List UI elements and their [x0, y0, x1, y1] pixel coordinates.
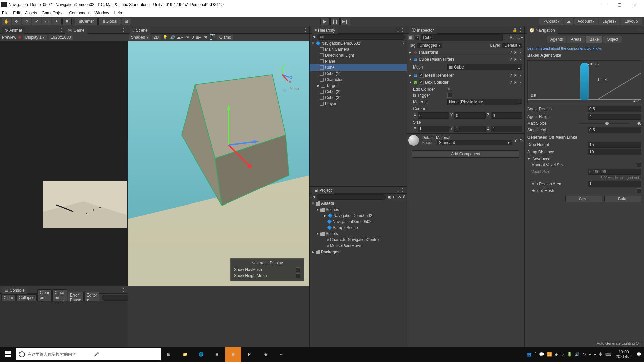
scene-viewport[interactable]: y z x ◁ Persp Navmesh Display Show NavMe… [128, 41, 309, 286]
mesh-filter-header[interactable]: ▼▦Cube (Mesh Filter)?⎘⋮ [407, 56, 524, 63]
min-region-input[interactable] [588, 181, 641, 187]
tray-people-icon[interactable]: 👥 [527, 352, 532, 357]
inspector-tab[interactable]: ⓘ Inspector [409, 27, 436, 34]
menu-edit[interactable]: Edit [13, 11, 20, 15]
center-y[interactable] [454, 112, 486, 119]
show-heightmesh-checkbox[interactable] [296, 273, 300, 278]
pause-button[interactable]: ❚❚ [330, 18, 340, 25]
cloud-button[interactable]: ☁ [564, 18, 573, 25]
size-x[interactable] [418, 126, 449, 132]
scene-tab-menu[interactable]: ⋮ [303, 28, 307, 32]
tray-sync-icon[interactable]: ↻ [582, 352, 586, 357]
size-y[interactable] [454, 126, 486, 132]
tray-wifi-icon[interactable]: 📶 [547, 352, 552, 357]
gameobject-icon[interactable]: ▦ [408, 35, 414, 40]
project-scene-item[interactable]: ▶🔷 NavigationDemo0502 [310, 213, 407, 219]
nav-learn-link[interactable]: Learn instead about the component workfl… [525, 45, 644, 52]
taskbar-clock[interactable]: 19:002021/5/2 [614, 350, 634, 359]
nav-clear-button[interactable]: Clear [565, 196, 602, 202]
hierarchy-item[interactable]: Charactor [310, 77, 407, 83]
hierarchy-menu[interactable]: ⊟ ⋮ [396, 28, 405, 32]
hierarchy-item[interactable]: Cube (3) [310, 95, 407, 101]
tray-keyboard-icon[interactable]: ⌨ [605, 352, 611, 357]
tray-expand-icon[interactable]: ˄ [534, 352, 536, 357]
close-button[interactable]: ✕ [627, 0, 643, 9]
game-tab[interactable]: 🎮 Game [65, 27, 87, 34]
edge-icon[interactable]: e [209, 347, 225, 362]
snap-button[interactable]: ⊟ [122, 18, 131, 25]
jump-distance-input[interactable] [588, 149, 641, 155]
nav-tab-object[interactable]: Object [603, 36, 622, 43]
nav-tab-bake[interactable]: Bake [586, 36, 602, 43]
grid-icon[interactable]: ▦▾ [195, 34, 201, 40]
tray-app1-icon[interactable]: ● [589, 352, 591, 357]
menu-gameobject[interactable]: GameObject [42, 11, 64, 15]
project-script-item[interactable]: # MousePointMove [310, 243, 407, 249]
console-collapse-button[interactable]: Collapse [16, 294, 37, 301]
rotate-tool-button[interactable]: ↻ [22, 18, 31, 25]
agent-height-input[interactable] [588, 114, 641, 120]
is-trigger-checkbox[interactable] [447, 93, 452, 98]
material-settings-icon[interactable]: ⚙ [519, 138, 523, 143]
nav-tab-areas[interactable]: Areas [567, 36, 585, 43]
material-help-icon[interactable]: ? [514, 138, 517, 143]
project-script-item[interactable]: # CharactorNavigationControl [310, 237, 407, 243]
help-icon[interactable]: ? [510, 50, 512, 55]
console-menu[interactable]: ⋮ [122, 288, 126, 292]
hierarchy-item[interactable]: Directional Light [310, 52, 407, 58]
object-name-input[interactable] [421, 34, 503, 41]
global-local-button[interactable]: ⊕ Global [98, 18, 121, 25]
visualstudio-icon[interactable]: ∞ [274, 347, 290, 362]
preset-icon[interactable]: ⎘ [514, 50, 516, 55]
hierarchy-item[interactable]: Cube (2) [310, 89, 407, 95]
project-tab[interactable]: ▣ Project [312, 187, 334, 194]
project-scripts[interactable]: ▼Scripts [310, 231, 407, 237]
project-scene-item[interactable]: 🔷 SampleScene [310, 225, 407, 231]
project-scenes[interactable]: ▼Scenes [310, 207, 407, 213]
step-height-input[interactable] [588, 127, 641, 133]
hierarchy-item[interactable]: Main Camera [310, 46, 407, 52]
hierarchy-tab[interactable]: ≡ Hierarchy [312, 27, 338, 34]
project-hidden-icon[interactable]: 👁 [398, 195, 402, 199]
hand-tool-button[interactable]: ✋ [2, 18, 11, 25]
tray-ime-icon[interactable]: 中 [599, 352, 603, 357]
project-menu[interactable]: ⊟ ⋮ [396, 188, 405, 192]
tray-app2-icon[interactable]: ● [594, 352, 596, 357]
audio-icon[interactable]: 🔊 [169, 34, 175, 40]
chrome-icon[interactable]: 🌐 [193, 347, 209, 362]
navigation-menu[interactable]: ⋮ [638, 28, 642, 32]
hierarchy-item-selected[interactable]: Cube [310, 64, 407, 71]
game-viewport[interactable] [0, 41, 128, 286]
menu-file[interactable]: File [2, 11, 8, 15]
scale-tool-button[interactable]: ⤢ [32, 18, 41, 25]
play-button[interactable]: ▶ [320, 18, 330, 25]
manual-voxel-checkbox[interactable] [637, 163, 641, 167]
project-add-button[interactable]: +▾ [311, 195, 315, 199]
tray-battery-icon[interactable]: 🔋 [567, 352, 572, 357]
static-label[interactable]: Static [510, 35, 520, 40]
mesh-renderer-enable[interactable] [419, 73, 424, 78]
hierarchy-scene-row[interactable]: ▼🔷 NavigationDemo0502*⋮ [310, 40, 407, 46]
custom-tool-button[interactable]: ✖ [62, 18, 72, 25]
unity-taskbar-icon[interactable]: ◆ [257, 347, 274, 362]
resolution-dropdown[interactable]: 1920x1080 [49, 35, 73, 40]
account-button[interactable]: Account ▾ [574, 18, 598, 25]
explorer-icon[interactable]: 📁 [177, 347, 193, 362]
tray-unity-icon[interactable]: ◆ [555, 352, 558, 357]
transform-tool-button[interactable]: ✦ [52, 18, 62, 25]
box-collider-enable[interactable] [419, 80, 424, 85]
tray-volume-icon[interactable]: 🔊 [575, 352, 580, 357]
tools-icon[interactable]: ✖ [203, 34, 209, 40]
shaded-dropdown[interactable]: Shaded ▾ [129, 35, 150, 40]
advanced-label[interactable]: Advanced [532, 156, 641, 161]
scene-tab[interactable]: # Scene [130, 27, 150, 34]
gizmos-dropdown[interactable]: Gizmo [217, 35, 233, 40]
layout-button[interactable]: Layout ▾ [621, 18, 642, 25]
menu-component[interactable]: Component [69, 11, 90, 15]
animation-tab[interactable]: ⊙ Animat [2, 27, 25, 34]
size-z[interactable] [491, 126, 522, 132]
nav-tab-agents[interactable]: Agents [547, 36, 566, 43]
maximize-button[interactable]: ▢ [612, 0, 627, 9]
layers-button[interactable]: Layers ▾ [599, 18, 620, 25]
pivot-center-button[interactable]: ⊞ Center [75, 18, 98, 25]
